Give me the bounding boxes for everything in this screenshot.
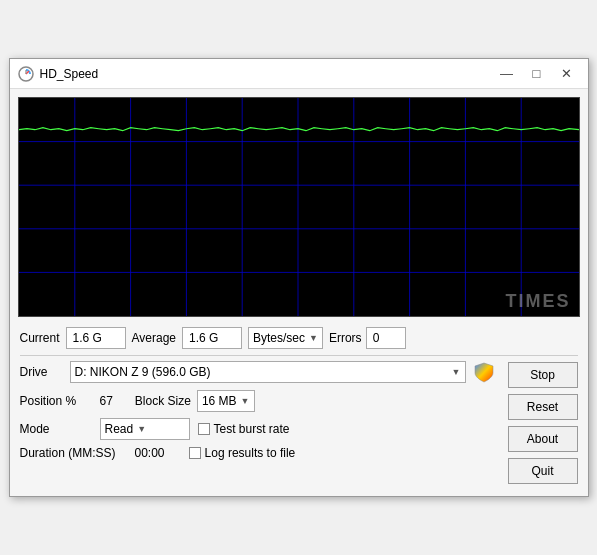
duration-row: Duration (MM:SS) 00:00 Log results to fi…: [20, 446, 502, 460]
window-controls: — □ ✕: [494, 64, 580, 84]
stats-row: Current 1.6 G Average 1.6 G Bytes/sec ▼ …: [20, 327, 578, 349]
uac-shield-button[interactable]: [470, 360, 498, 384]
close-button[interactable]: ✕: [554, 64, 580, 84]
reset-button[interactable]: Reset: [508, 394, 578, 420]
unit-dropdown[interactable]: Bytes/sec ▼: [248, 327, 323, 349]
burst-rate-area: Test burst rate: [198, 422, 290, 436]
blocksize-label: Block Size: [135, 394, 191, 408]
log-results-area: Log results to file: [189, 446, 296, 460]
log-results-checkbox[interactable]: [189, 447, 201, 459]
current-value: 1.6 G: [66, 327, 126, 349]
position-label: Position %: [20, 394, 100, 408]
drive-dropdown-arrow: ▼: [452, 367, 461, 377]
separator-1: [20, 355, 578, 356]
drive-select[interactable]: D: NIKON Z 9 (596.0 GB) ▼: [70, 361, 466, 383]
blocksize-dropdown-arrow: ▼: [241, 396, 250, 406]
chart-svg: [19, 98, 579, 316]
average-value: 1.6 G: [182, 327, 242, 349]
duration-label: Duration (MM:SS): [20, 446, 135, 460]
mode-dropdown[interactable]: Read ▼: [100, 418, 190, 440]
drive-value: D: NIKON Z 9 (596.0 GB): [75, 365, 448, 379]
mode-row: Mode Read ▼ Test burst rate: [20, 418, 502, 440]
burst-rate-label: Test burst rate: [214, 422, 290, 436]
stop-button[interactable]: Stop: [508, 362, 578, 388]
log-results-label: Log results to file: [205, 446, 296, 460]
about-button[interactable]: About: [508, 426, 578, 452]
errors-label: Errors: [329, 331, 362, 345]
position-value: 67: [100, 394, 113, 408]
minimize-button[interactable]: —: [494, 64, 520, 84]
average-label: Average: [132, 331, 176, 345]
burst-rate-checkbox[interactable]: [198, 423, 210, 435]
position-row: Position % 67 Block Size 16 MB ▼: [20, 390, 502, 412]
app-icon: [18, 66, 34, 82]
main-window: HD_Speed — □ ✕: [9, 58, 589, 497]
drive-row: Drive D: NIKON Z 9 (596.0 GB) ▼: [20, 360, 502, 384]
mode-dropdown-arrow: ▼: [137, 424, 146, 434]
action-buttons: Stop Reset About Quit: [502, 360, 578, 488]
unit-dropdown-arrow: ▼: [309, 333, 318, 343]
title-bar: HD_Speed — □ ✕: [10, 59, 588, 89]
shield-icon: [473, 361, 495, 383]
left-controls: Drive D: NIKON Z 9 (596.0 GB) ▼: [20, 360, 502, 488]
mode-label: Mode: [20, 422, 100, 436]
window-title: HD_Speed: [40, 67, 494, 81]
drive-and-buttons: Drive D: NIKON Z 9 (596.0 GB) ▼: [20, 360, 578, 488]
content-area: Current 1.6 G Average 1.6 G Bytes/sec ▼ …: [10, 321, 588, 496]
errors-value: 0: [366, 327, 406, 349]
speed-chart: TIMES: [18, 97, 580, 317]
maximize-button[interactable]: □: [524, 64, 550, 84]
duration-value: 00:00: [135, 446, 165, 460]
quit-button[interactable]: Quit: [508, 458, 578, 484]
current-label: Current: [20, 331, 60, 345]
drive-label: Drive: [20, 365, 70, 379]
blocksize-dropdown[interactable]: 16 MB ▼: [197, 390, 255, 412]
